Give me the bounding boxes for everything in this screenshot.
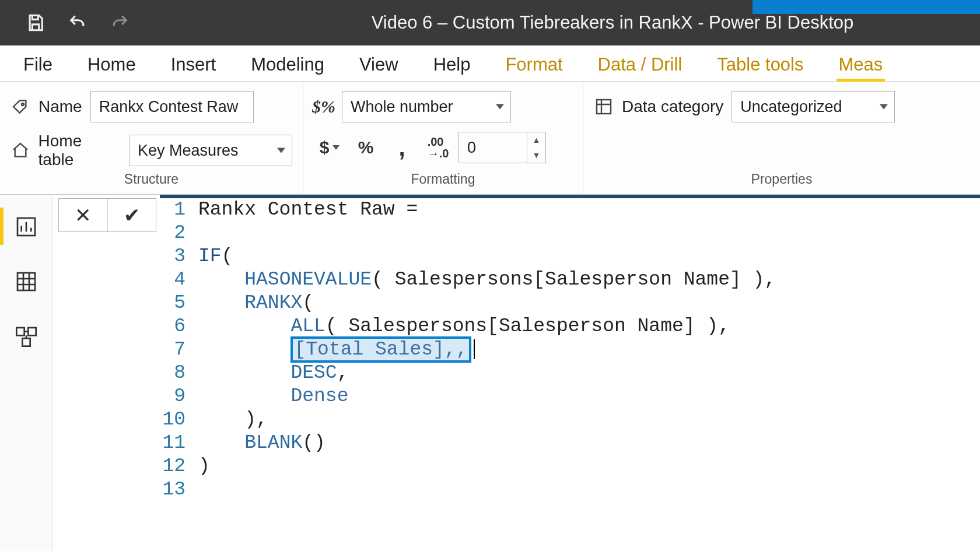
thousands-button[interactable]: ,	[386, 132, 418, 163]
name-label: Name	[38, 97, 82, 116]
ribbon-group-structure: Name Home table Key Measures Structure	[0, 82, 303, 194]
currency-button[interactable]: $	[314, 132, 345, 163]
selected-expression[interactable]: [Total Sales],,	[290, 336, 471, 363]
window-title: Video 6 – Custom Tiebreakers in RankX - …	[0, 12, 980, 33]
group-caption-structure: Structure	[10, 169, 292, 192]
tab-home[interactable]: Home	[85, 48, 138, 81]
percent-button[interactable]: %	[350, 132, 382, 163]
code-area[interactable]: Rankx Contest Raw = IF( HASONEVALUE( Sal…	[160, 198, 980, 501]
view-switcher	[0, 195, 52, 551]
tab-format[interactable]: Format	[503, 48, 565, 81]
undo-icon[interactable]	[65, 10, 90, 35]
svg-rect-3	[18, 273, 35, 290]
title-accent	[752, 0, 980, 14]
redo-icon[interactable]	[107, 10, 132, 35]
svg-rect-1	[597, 100, 611, 114]
ribbon-tabs: File Home Insert Modeling View Help Form…	[0, 45, 980, 82]
datatype-icon: $%	[314, 97, 334, 117]
title-bar: Video 6 – Custom Tiebreakers in RankX - …	[0, 0, 980, 45]
tab-data-drill[interactable]: Data / Drill	[596, 48, 685, 81]
tag-icon	[10, 97, 30, 117]
report-view-icon[interactable]	[12, 212, 41, 241]
formula-commit-box: ✕ ✔	[58, 198, 156, 232]
spinner-down-icon[interactable]: ▼	[527, 148, 545, 163]
decimals-spinner[interactable]: 0 ▲ ▼	[459, 132, 546, 163]
data-category-select[interactable]: Uncategorized	[732, 91, 895, 122]
save-icon[interactable]	[23, 10, 48, 35]
ribbon-body: Name Home table Key Measures Structure $…	[0, 82, 980, 195]
tab-view[interactable]: View	[357, 48, 401, 81]
work-area: ✕ ✔ 1 2 3 4 5 6 7 8 9 10 11 12 13	[0, 195, 980, 551]
quick-access-toolbar	[0, 10, 132, 35]
tab-insert[interactable]: Insert	[169, 48, 219, 81]
tab-table-tools[interactable]: Table tools	[715, 48, 806, 81]
text-cursor	[474, 339, 475, 359]
tab-file[interactable]: File	[21, 48, 55, 81]
ribbon-group-properties: Data category Uncategorized Properties	[583, 82, 980, 194]
decimal-adjust-button[interactable]: .00→.0	[422, 132, 454, 163]
home-table-label: Home table	[38, 132, 121, 169]
tab-help[interactable]: Help	[431, 48, 473, 81]
svg-rect-4	[16, 328, 24, 335]
datatype-select[interactable]: Whole number	[342, 91, 511, 122]
commit-formula-button[interactable]: ✔	[108, 199, 156, 231]
cancel-formula-button[interactable]: ✕	[59, 199, 108, 231]
tab-modeling[interactable]: Modeling	[249, 48, 327, 81]
data-category-label: Data category	[622, 97, 723, 116]
svg-point-0	[22, 103, 24, 106]
data-view-icon[interactable]	[12, 267, 41, 296]
spinner-up-icon[interactable]: ▲	[527, 132, 545, 148]
model-view-icon[interactable]	[12, 322, 41, 351]
formula-editor-pane: ✕ ✔ 1 2 3 4 5 6 7 8 9 10 11 12 13	[52, 195, 980, 551]
line-gutter: 1 2 3 4 5 6 7 8 9 10 11 12 13	[160, 198, 191, 501]
active-view-indicator	[0, 208, 4, 245]
home-table-select[interactable]: Key Measures	[129, 135, 292, 166]
ribbon-group-formatting: $% Whole number $ % , .00→.0 0 ▲	[303, 82, 583, 194]
dax-editor[interactable]: 1 2 3 4 5 6 7 8 9 10 11 12 13 Rankx Cont…	[160, 195, 980, 501]
home-table-icon	[10, 141, 30, 160]
group-caption-properties: Properties	[594, 169, 970, 192]
svg-rect-6	[22, 338, 30, 346]
svg-rect-5	[28, 328, 36, 335]
group-caption-formatting: Formatting	[314, 169, 572, 192]
measure-name-input[interactable]	[90, 91, 254, 122]
decimals-value: 0	[467, 139, 476, 157]
tab-measure-tools[interactable]: Meas	[836, 48, 886, 81]
data-category-icon	[594, 97, 614, 117]
